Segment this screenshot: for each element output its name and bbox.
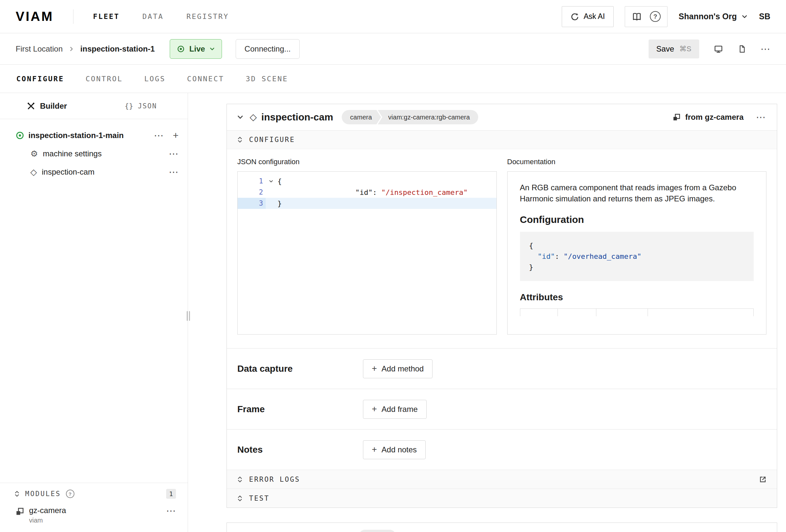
help-question-glyph: ? xyxy=(653,13,657,20)
diamond-component-icon: ◇ xyxy=(250,113,257,122)
nav-fleet[interactable]: FLEET xyxy=(93,13,119,21)
module-org: viam xyxy=(29,517,66,524)
json-config-column: JSON configuration 1 { 2 xyxy=(237,158,497,334)
main-part-label: inspection-station-1-main xyxy=(28,131,124,140)
configure-section-bar[interactable]: CONFIGURE xyxy=(227,130,777,149)
tab-control[interactable]: CONTROL xyxy=(86,75,123,83)
code-token-sep: : xyxy=(372,188,381,196)
add-method-button[interactable]: + Add method xyxy=(363,359,433,378)
org-switcher[interactable]: Shannon's Org xyxy=(678,12,748,21)
machine-monitor-button[interactable] xyxy=(714,44,723,53)
test-section-bar[interactable]: TEST xyxy=(227,489,777,508)
modules-title: MODULES xyxy=(25,490,61,498)
monitor-icon xyxy=(714,44,723,53)
data-capture-section: Data capture + Add method xyxy=(227,348,777,389)
module-menu-button[interactable]: ⋯ xyxy=(166,506,176,516)
builder-mode-button[interactable]: Builder xyxy=(0,93,94,119)
chevron-right-icon xyxy=(69,46,74,52)
live-status-dropdown[interactable]: Live xyxy=(170,39,222,59)
header-actions: Ask AI ? Shannon's Org SB xyxy=(562,6,770,27)
nav-data[interactable]: DATA xyxy=(142,13,164,21)
modules-section: MODULES ? 1 gz-camera viam ⋯ xyxy=(0,483,188,532)
chevron-down-icon xyxy=(209,46,215,52)
collapse-chevron-icon[interactable] xyxy=(237,114,244,121)
module-icon xyxy=(672,113,681,121)
tab-3d-scene[interactable]: 3D SCENE xyxy=(246,75,288,83)
sidebar-resize-handle[interactable] xyxy=(187,311,190,321)
add-notes-button[interactable]: + Add notes xyxy=(363,440,426,459)
machine-settings-label: machine settings xyxy=(43,149,101,158)
code-token-string: "/inspection_camera" xyxy=(381,188,468,196)
line-number: 3 xyxy=(238,198,266,209)
machine-logs-button[interactable] xyxy=(738,44,746,53)
modules-count-badge: 1 xyxy=(166,489,176,499)
add-frame-button[interactable]: + Add frame xyxy=(363,400,426,419)
json-config-editor[interactable]: 1 { 2 "id": "/ins xyxy=(237,171,497,334)
primary-nav: FLEET DATA REGISTRY xyxy=(93,13,229,21)
modules-header[interactable]: MODULES ? 1 xyxy=(0,483,188,505)
modules-help-icon[interactable]: ? xyxy=(66,490,74,498)
component-type-tag: camera xyxy=(342,110,381,124)
diamond-component-icon: ◇ xyxy=(30,168,37,176)
documentation-label: Documentation xyxy=(507,158,767,166)
inspection-cam-menu-button[interactable]: ⋯ xyxy=(169,167,179,177)
breadcrumb-location[interactable]: First Location xyxy=(16,44,63,53)
from-module-label: from gz-camera xyxy=(685,113,744,122)
help-button[interactable]: ? xyxy=(650,11,661,22)
plus-icon: + xyxy=(372,405,377,414)
documentation-panel[interactable]: An RGB camera component that reads image… xyxy=(507,171,767,334)
module-tag: module xyxy=(359,530,396,532)
main-part-menu-button[interactable]: ⋯ xyxy=(154,131,164,140)
tree-item-main-part[interactable]: inspection-station-1-main ⋯ + xyxy=(0,126,188,145)
tree-item-machine-settings[interactable]: ⚙ machine settings ⋯ xyxy=(0,145,188,163)
save-button[interactable]: Save ⌘S xyxy=(649,40,699,59)
docs-button[interactable] xyxy=(632,12,642,21)
machine-menu-button[interactable]: ⋯ xyxy=(761,44,770,54)
expand-collapse-icon xyxy=(237,136,243,143)
user-avatar[interactable]: SB xyxy=(759,12,770,21)
tab-configure[interactable]: CONFIGURE xyxy=(16,75,64,83)
machine-part-icon xyxy=(15,131,24,140)
json-mode-button[interactable]: {} JSON xyxy=(94,93,188,119)
help-icon-group: ? xyxy=(625,6,668,27)
book-icon xyxy=(632,12,642,21)
config-main-panel: ◇ inspection-cam camera viam:gz-camera:r… xyxy=(188,93,786,532)
modules-help-glyph: ? xyxy=(69,491,71,497)
top-header: VIAM FLEET DATA REGISTRY Ask AI ? xyxy=(0,0,786,33)
connecting-status-button[interactable]: Connecting... xyxy=(236,39,299,59)
add-frame-label: Add frame xyxy=(382,405,418,414)
machine-tabs: CONFIGURE CONTROL LOGS CONNECT 3D SCENE xyxy=(0,65,786,93)
component-name: inspection-cam xyxy=(261,112,333,123)
connecting-label: Connecting... xyxy=(245,44,291,53)
error-logs-section-bar[interactable]: ERROR LOGS xyxy=(227,470,777,489)
doc-attributes-table xyxy=(520,308,754,316)
header-divider xyxy=(73,9,73,24)
machine-settings-menu-button[interactable]: ⋯ xyxy=(169,149,179,159)
documentation-column: Documentation An RGB camera component th… xyxy=(507,158,767,334)
add-method-label: Add method xyxy=(382,364,424,373)
save-label: Save xyxy=(656,44,674,53)
add-component-button[interactable]: + xyxy=(173,131,179,140)
machine-part-tree: inspection-station-1-main ⋯ + ⚙ machine … xyxy=(0,119,188,181)
line-number: 2 xyxy=(238,187,266,198)
live-status-icon xyxy=(177,45,185,53)
from-module-link[interactable]: from gz-camera xyxy=(672,113,744,122)
config-sidebar: Builder {} JSON inspection-station-1-mai… xyxy=(0,93,188,532)
data-capture-label: Data capture xyxy=(237,364,363,374)
module-list-item[interactable]: gz-camera viam ⋯ xyxy=(0,505,188,524)
tab-connect[interactable]: CONNECT xyxy=(187,75,224,83)
add-notes-label: Add notes xyxy=(382,445,417,454)
tab-logs[interactable]: LOGS xyxy=(144,75,165,83)
inspection-cam-card: ◇ inspection-cam camera viam:gz-camera:r… xyxy=(227,104,777,508)
fold-chevron-icon[interactable] xyxy=(269,179,274,184)
viam-logo: VIAM xyxy=(16,9,53,24)
component-menu-button[interactable]: ⋯ xyxy=(756,112,766,122)
open-logs-button[interactable] xyxy=(759,475,767,484)
tree-item-inspection-cam[interactable]: ◇ inspection-cam ⋯ xyxy=(0,163,188,181)
nav-registry[interactable]: REGISTRY xyxy=(186,13,229,21)
plus-icon: + xyxy=(372,364,377,373)
module-icon xyxy=(15,507,24,516)
view-mode-toggle: Builder {} JSON xyxy=(0,93,188,119)
gear-icon: ⚙ xyxy=(30,149,38,158)
ask-ai-button[interactable]: Ask AI xyxy=(562,6,614,27)
